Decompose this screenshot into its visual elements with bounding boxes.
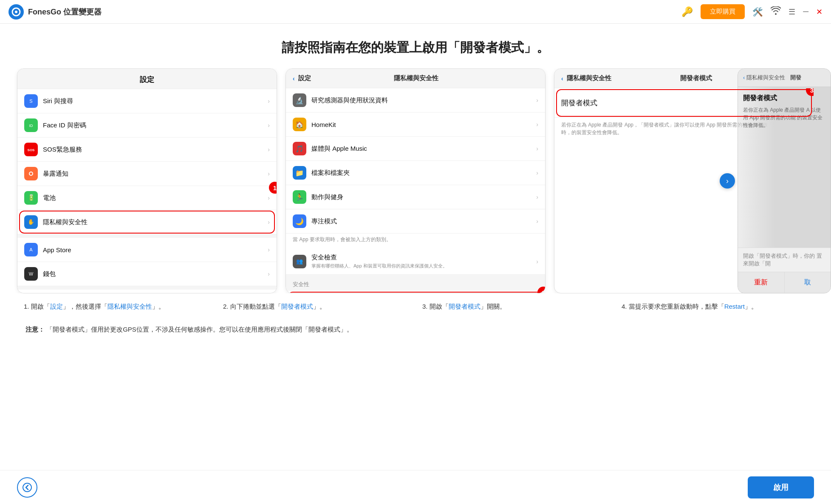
motion-label: 動作與健身 bbox=[311, 193, 536, 201]
menu-item-faceid[interactable]: ID Face ID 與密碼 › bbox=[17, 113, 277, 138]
back-button[interactable] bbox=[17, 477, 37, 498]
menu-item-motion[interactable]: 🏃 動作與健身 › bbox=[286, 185, 545, 209]
key-icon: 🔑 bbox=[681, 6, 693, 17]
step3-link: 開發者模式 bbox=[449, 303, 481, 310]
step-instructions: 1. 開啟「設定」，然後選擇「隱私權與安全性」。 2. 向下捲動並點選「開發者模… bbox=[0, 293, 831, 320]
partial-content: 開發者模式 若你正在為 Apple 產品開發 A 以使用 App 開發所需的功能… bbox=[738, 87, 831, 136]
focus-label: 專注模式 bbox=[311, 217, 536, 225]
partial-restart-bar: 開啟「開發者模式」時，你的 置來開啟「開 bbox=[738, 248, 831, 272]
section-hint: 當 App 要求取用時，會被加入上方的類別。 bbox=[286, 234, 545, 247]
buy-button[interactable]: 立即購買 bbox=[701, 4, 745, 19]
panel3-back-label: 隱私權與安全性 bbox=[567, 74, 611, 82]
restart-button[interactable]: 重新 bbox=[738, 272, 785, 293]
main-content: 設定 S Siri 與搜尋 › ID Face ID 與密碼 › bbox=[0, 68, 831, 293]
tools-icon[interactable]: 🛠️ bbox=[752, 7, 763, 17]
app-title: FonesGo 位置變更器 bbox=[28, 7, 681, 17]
battery-label: 電池 bbox=[43, 194, 268, 202]
svg-text:SOS: SOS bbox=[28, 148, 35, 152]
panel2-title: 隱私權與安全性 bbox=[311, 74, 521, 82]
homekit-icon: 🏠 bbox=[293, 118, 306, 131]
faceid-icon: ID bbox=[24, 118, 38, 132]
menu-item-wallet[interactable]: W 錢包 › bbox=[17, 262, 277, 286]
siri-icon: S bbox=[24, 94, 38, 108]
svg-text:🔋: 🔋 bbox=[28, 194, 35, 201]
divider1 bbox=[17, 234, 277, 238]
motion-icon: 🏃 bbox=[293, 190, 306, 204]
panel1-scroll[interactable]: S Siri 與搜尋 › ID Face ID 與密碼 › SOS SOS緊急服… bbox=[17, 89, 277, 293]
menu-item-homekit[interactable]: 🏠 HomeKit › bbox=[286, 113, 545, 137]
safety-icon: 👥 bbox=[293, 255, 306, 268]
files-label: 檔案和檔案夾 bbox=[311, 169, 536, 177]
menu-item-privacy[interactable]: ✋ 隱私權與安全性 › bbox=[17, 210, 277, 234]
exposure-icon bbox=[24, 167, 38, 180]
app-logo bbox=[8, 4, 24, 20]
menu-item-appstore[interactable]: A App Store › bbox=[17, 238, 277, 262]
menu-item-sos[interactable]: SOS SOS緊急服務 › bbox=[17, 138, 277, 162]
panel-privacy: ‹ 設定 隱私權與安全性 🔬 研究感測器與使用狀況資料 › 🏠 HomeKit … bbox=[285, 68, 546, 293]
wallet-icon: W bbox=[24, 267, 38, 281]
appstore-icon: A bbox=[24, 243, 38, 256]
minimize-icon[interactable]: ─ bbox=[803, 7, 808, 16]
svg-text:A: A bbox=[29, 247, 33, 252]
menu-item-safety[interactable]: 👥 安全檢查 掌握有哪些聯絡人、App 和裝置可取用你的資訊來保護個人安全。 › bbox=[286, 248, 545, 275]
menu-item-battery[interactable]: 🔋 電池 › 1 bbox=[17, 186, 277, 210]
close-icon[interactable]: ✕ bbox=[816, 7, 823, 17]
research-label: 研究感測器與使用狀況資料 bbox=[311, 96, 536, 104]
svg-point-2 bbox=[15, 11, 17, 13]
back-arrow-icon bbox=[23, 483, 32, 492]
battery-icon: 🔋 bbox=[24, 191, 38, 205]
next-arrow[interactable]: › bbox=[720, 173, 735, 189]
safety-label: 安全檢查 bbox=[311, 253, 536, 262]
step-desc-3: 3. 開啟「開發者模式」開關。 bbox=[416, 301, 615, 312]
partial-dev-desc: 若你正在為 Apple 產品開發 A 以使用 App 開發所需的功能 的裝置安全… bbox=[743, 106, 825, 129]
step1-link-privacy: 隱私權與安全性 bbox=[107, 303, 152, 310]
panel3-back[interactable]: ‹ bbox=[561, 75, 563, 82]
menu-item-music[interactable]: 🎵 媒體與 Apple Music › bbox=[286, 137, 545, 161]
panel2-back-label: 設定 bbox=[298, 74, 311, 82]
svg-point-25 bbox=[23, 483, 31, 492]
files-icon: 📁 bbox=[293, 166, 306, 180]
panel2-header: ‹ 設定 隱私權與安全性 bbox=[286, 69, 545, 88]
music-icon: 🎵 bbox=[293, 142, 306, 155]
step-desc-1: 1. 開啟「設定」，然後選擇「隱私權與安全性」。 bbox=[17, 301, 216, 312]
step2-link: 開發者模式 bbox=[281, 303, 313, 310]
step-desc-2: 2. 向下捲動並點選「開發者模式」。 bbox=[216, 301, 416, 312]
partial-btn-row: 重新 取 bbox=[738, 272, 831, 293]
wifi-icon bbox=[771, 6, 781, 17]
notice-text: 「開發者模式」僅用於更改GPS位置，不涉及任何敏感操作。您可以在使用應用程式後關… bbox=[46, 326, 353, 333]
svg-text:✋: ✋ bbox=[28, 218, 35, 225]
menu-item-devmode[interactable]: 開發者模式 › 2 bbox=[286, 291, 545, 293]
menu-item-siri[interactable]: S Siri 與搜尋 › bbox=[17, 89, 277, 113]
step1-link-settings: 設定 bbox=[50, 303, 63, 310]
svg-text:ID: ID bbox=[29, 124, 34, 128]
privacy-label: 隱私權與安全性 bbox=[43, 218, 268, 226]
cancel-button[interactable]: 取 bbox=[785, 272, 831, 293]
safety-desc: 掌握有哪些聯絡人、App 和裝置可取用你的資訊來保護個人安全。 bbox=[311, 263, 536, 269]
divider2 bbox=[17, 286, 277, 290]
menu-item-research[interactable]: 🔬 研究感測器與使用狀況資料 › bbox=[286, 88, 545, 113]
siri-label: Siri 與搜尋 bbox=[43, 97, 268, 105]
titlebar: FonesGo 位置變更器 🔑 立即購買 🛠️ ☰ ─ ✕ bbox=[0, 0, 831, 24]
menu-icon[interactable]: ☰ bbox=[789, 7, 795, 17]
security-section-label: 安全性 bbox=[286, 275, 545, 291]
step-badge-1: 1 bbox=[269, 182, 277, 194]
panel2-back[interactable]: ‹ bbox=[293, 75, 295, 82]
partial-back-label: 隱私權與安全性 bbox=[746, 74, 785, 81]
music-label: 媒體與 Apple Music bbox=[311, 145, 536, 153]
research-icon: 🔬 bbox=[293, 93, 306, 107]
menu-item-password[interactable]: 🔑 密碼 › bbox=[17, 290, 277, 293]
panel-partial: ‹ 隱私權與安全性 開發 開發者模式 若你正在為 Apple 產品開發 A 以使… bbox=[738, 68, 831, 293]
enable-button[interactable]: 啟用 bbox=[748, 476, 814, 498]
menu-item-focus[interactable]: 🌙 專注模式 › bbox=[286, 209, 545, 234]
partial-back-icon: ‹ bbox=[743, 74, 746, 81]
notice-label: 注意： bbox=[25, 326, 45, 333]
menu-item-exposure[interactable]: 暴露通知 › bbox=[17, 162, 277, 186]
focus-icon: 🌙 bbox=[293, 214, 306, 228]
menu-item-files[interactable]: 📁 檔案和檔案夾 › bbox=[286, 161, 545, 185]
partial-title: 開發 bbox=[790, 74, 801, 81]
wallet-label: 錢包 bbox=[43, 270, 268, 278]
exposure-label: 暴露通知 bbox=[43, 170, 268, 178]
titlebar-actions: 🔑 立即購買 🛠️ ☰ ─ ✕ bbox=[681, 4, 823, 19]
page-heading: 請按照指南在您的裝置上啟用「開發者模式」。 bbox=[0, 39, 831, 56]
panel2-scroll[interactable]: 🔬 研究感測器與使用狀況資料 › 🏠 HomeKit › 🎵 媒體與 Apple… bbox=[286, 88, 545, 293]
